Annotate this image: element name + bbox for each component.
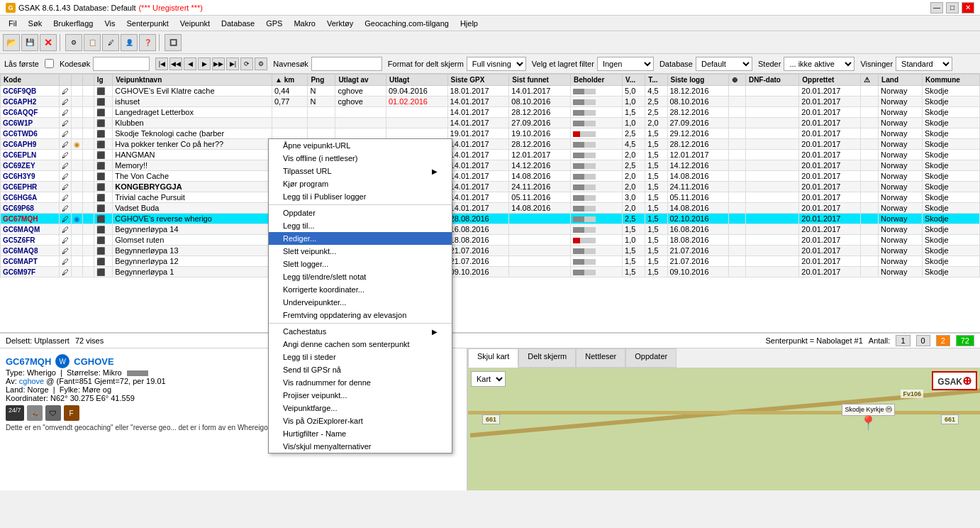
tb-btn5[interactable]: ❓: [139, 34, 156, 51]
ctx-cachestatus[interactable]: Cachestatus ▶: [269, 325, 452, 338]
table-row[interactable]: GC6MAQM🖊⬛Begynnerløypa 1419.01.201716.08…: [1, 224, 980, 235]
tb-open[interactable]: 📂: [3, 34, 20, 51]
nav-next-next[interactable]: ▶▶: [212, 57, 225, 70]
ctx-legg-til-publiser[interactable]: Legg til i Publiser logger: [269, 190, 452, 203]
ctx-legg-til-steder[interactable]: Legg til i steder: [269, 351, 452, 363]
menu-verktoy[interactable]: Verktøy: [321, 18, 359, 29]
close-button[interactable]: ✕: [962, 2, 974, 13]
table-row[interactable]: GC6EPHR🖊⬛KONGEBRYGGJA14.01.201724.11.201…: [1, 182, 980, 192]
map-area[interactable]: Kart Fv106 661 661 Skodje Kyrkje ⓜ 📍 GSA…: [468, 368, 980, 490]
table-row[interactable]: GC69P68🖊⬛Vadset Buda14.01.201714.08.2016…: [1, 203, 980, 214]
table-row[interactable]: GC6M97F🖊⬛Begynnerløypa 119.01.201709.10.…: [1, 267, 980, 277]
tb-btn2[interactable]: 📋: [84, 34, 101, 51]
author-link[interactable]: cghove: [19, 377, 44, 385]
table-row[interactable]: GC6AQQF🖊⬛Langedraget Letterbox14.01.2017…: [1, 107, 980, 118]
tab-oppdater[interactable]: Oppdater: [625, 348, 676, 368]
maximize-button[interactable]: □: [946, 2, 959, 13]
ctx-kjor-program[interactable]: Kjør program: [269, 177, 452, 190]
col-beholder[interactable]: Beholder: [570, 75, 622, 86]
kodesok-input[interactable]: [93, 57, 150, 71]
table-row[interactable]: GC6EPLN🖊⬛HANGMAN14.01.201712.01.20172,01…: [1, 150, 980, 160]
table-row[interactable]: GC6APH9🖊◉⬛Hva pokker tenker Co på her??1…: [1, 139, 980, 150]
tb-btn3[interactable]: 🖊: [102, 34, 119, 51]
ctx-projiser[interactable]: Projiser veipunkt...: [269, 389, 452, 402]
table-row[interactable]: GC6TWD6🖊⬛Skodje Teknologi cache (barber1…: [1, 128, 980, 139]
menu-database[interactable]: Database: [216, 18, 260, 29]
nav-next[interactable]: ▶: [198, 57, 211, 70]
tb-btn1[interactable]: ⚙: [65, 34, 82, 51]
nav-settings[interactable]: ⚙: [255, 57, 267, 70]
col-icon2[interactable]: [71, 75, 82, 86]
col-png[interactable]: Png: [308, 75, 335, 86]
col-lg[interactable]: lg: [94, 75, 113, 86]
col-km[interactable]: ▲ km: [272, 75, 307, 86]
cache-link[interactable]: GC67MQH: [6, 356, 51, 367]
ctx-hurtigfilter[interactable]: Hurtigfilter - Name: [269, 427, 452, 440]
col-name[interactable]: Veipunktnavn: [113, 75, 272, 86]
menu-brukerflagg[interactable]: Brukerflagg: [48, 18, 99, 29]
col-siste-gpx[interactable]: Siste GPX: [447, 75, 509, 86]
col-kode[interactable]: Kode: [1, 75, 60, 86]
visninger-select[interactable]: Standard: [896, 57, 952, 71]
table-row[interactable]: GC6MAPT🖊⬛Begynnerløypa 1219.01.201721.07…: [1, 256, 980, 267]
menu-gps[interactable]: GPS: [260, 18, 288, 29]
col-sist-funnet[interactable]: Sist funnet: [509, 75, 571, 86]
nav-first[interactable]: |◀: [155, 57, 168, 70]
menu-veipunkt[interactable]: Veipunkt: [174, 18, 216, 29]
menu-fil[interactable]: Fil: [3, 18, 23, 29]
ctx-apne-url[interactable]: Åpne veipunkt-URL: [269, 139, 452, 152]
ctx-tilpasset-url[interactable]: Tilpasset URL ▶: [269, 165, 452, 177]
minimize-button[interactable]: —: [930, 2, 943, 13]
ctx-oppdater[interactable]: Oppdater: [269, 207, 452, 219]
col-circle[interactable]: ⊕: [729, 75, 746, 86]
ctx-rediger[interactable]: Rediger...: [269, 232, 452, 245]
col-utlagt[interactable]: Utlagt: [386, 75, 447, 86]
ctx-angi-senterpunkt[interactable]: Angi denne cachen som senterpunkt: [269, 338, 452, 351]
col-dnf[interactable]: DNF-dato: [745, 75, 798, 86]
ctx-legg-til-notat[interactable]: Legg til/endre/slett notat: [269, 270, 452, 283]
ctx-vis-skjul[interactable]: Vis/skjul menyalternativer: [269, 440, 452, 453]
ctx-vis-offline[interactable]: Vis offline (i nettleser): [269, 152, 452, 165]
tab-delt-skjerm[interactable]: Delt skjerm: [518, 348, 576, 368]
table-row[interactable]: GC67MQH🖊◉⬛CGHOVE's reverse wherigo19.01.…: [1, 214, 980, 224]
col-icon3[interactable]: [82, 75, 94, 86]
ctx-korrigerte[interactable]: Korrigerte koordinater...: [269, 283, 452, 296]
tb-save[interactable]: 💾: [21, 34, 38, 51]
ctx-vis-ozi[interactable]: Vis på OziExplorer-kart: [269, 414, 452, 427]
col-siste-logg[interactable]: Siste logg: [667, 75, 729, 86]
table-row[interactable]: GC6F9QB🖊⬛CGHOVE's Evil Klatre cache0,44N…: [1, 86, 980, 97]
menu-makro[interactable]: Makro: [288, 18, 321, 29]
ctx-legg-til[interactable]: Legg til...: [269, 219, 452, 232]
col-land[interactable]: Land: [879, 75, 923, 86]
menu-sok[interactable]: Søk: [23, 18, 48, 29]
table-row[interactable]: GC69ZEY🖊⬛Memory!!14.01.201714.12.20162,5…: [1, 160, 980, 171]
col-icon1[interactable]: [59, 75, 71, 86]
ctx-slett-veipunkt[interactable]: Slett veipunkt...: [269, 245, 452, 258]
ctx-send-gpsr[interactable]: Send til GPSr nå: [269, 363, 452, 376]
las-checkbox[interactable]: [45, 59, 54, 68]
filter-select[interactable]: Ingen: [597, 57, 654, 71]
ctx-fremtving[interactable]: Fremtving oppdatering av elevasjon: [269, 309, 452, 321]
tab-nettleser[interactable]: Nettleser: [576, 348, 625, 368]
format-select[interactable]: Full visning: [467, 57, 526, 71]
nav-last[interactable]: ▶|: [226, 57, 239, 70]
tb-btn6[interactable]: 🔲: [165, 34, 182, 51]
steder-select[interactable]: ... ikke aktive: [784, 57, 854, 71]
menu-senterpunkt[interactable]: Senterpunkt: [121, 18, 174, 29]
tab-skjul-kart[interactable]: Skjul kart: [468, 348, 518, 368]
col-utlagt-av[interactable]: Utlagt av: [335, 75, 386, 86]
menu-hjelp[interactable]: Hjelp: [455, 18, 484, 29]
tb-btn4[interactable]: 👤: [121, 34, 138, 51]
ctx-underveipunkter[interactable]: Underveipunkter...: [269, 296, 452, 309]
database-select[interactable]: Default: [696, 57, 752, 71]
ctx-vis-radnummer[interactable]: Vis radnummer for denne: [269, 376, 452, 389]
nav-prev[interactable]: ◀: [184, 57, 196, 70]
table-row[interactable]: GC6HG6A🖊⬛Trivial cache Pursuit14.01.2017…: [1, 192, 980, 203]
ctx-veipunktfarge[interactable]: Veipunktfarge...: [269, 402, 452, 414]
col-opprettet[interactable]: Opprettet: [799, 75, 861, 86]
col-kommune[interactable]: Kommune: [922, 75, 979, 86]
table-row[interactable]: GC6W1P🖊⬛Klubben14.01.201727.09.20161,02,…: [1, 118, 980, 128]
nav-refresh[interactable]: ⟳: [240, 57, 253, 70]
table-scroll[interactable]: Kode lg Veipunktnavn ▲ km Png Utlagt av …: [0, 74, 980, 315]
ctx-slett-logger[interactable]: Slett logger...: [269, 258, 452, 270]
